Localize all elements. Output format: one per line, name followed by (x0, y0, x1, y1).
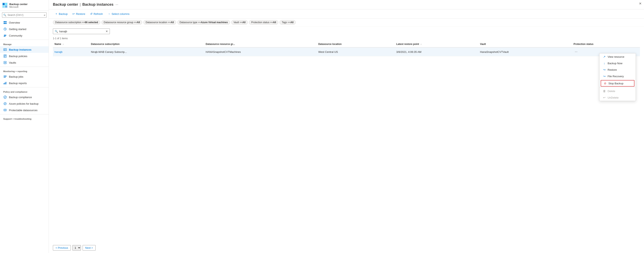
page-header-more-btn[interactable]: ··· (116, 3, 118, 6)
sidebar-app-name: Backup center (9, 3, 28, 6)
sidebar-item-vaults[interactable]: Vaults (0, 59, 48, 66)
page-header-subtitle: Backup instances (82, 2, 114, 7)
search-input[interactable] (59, 30, 105, 33)
search-clear-btn[interactable]: ✕ (106, 30, 108, 33)
ctx-divider (600, 87, 636, 87)
search-magnifier-icon: 🔍 (55, 30, 58, 33)
filter-vault-label: Vault == (234, 21, 242, 24)
select-columns-icon: → (108, 12, 110, 15)
ctx-view-resource-label: View resource (608, 55, 624, 58)
col-header-name[interactable]: Name ↕ (53, 41, 89, 47)
col-header-vault[interactable]: Vault (478, 41, 572, 47)
divider-policy (0, 87, 48, 87)
sidebar-item-backup-compliance-label: Backup compliance (9, 96, 32, 99)
previous-page-btn[interactable]: < Previous (53, 245, 71, 251)
support-section-label: Support + troubleshooting (0, 115, 48, 121)
backup-instances-table: Name ↕ Datasource subscription Datasourc… (53, 41, 640, 56)
select-columns-button[interactable]: → Select columns (106, 11, 132, 16)
ctx-view-resource[interactable]: ↗ View resource (600, 53, 636, 60)
divider-monitoring (0, 67, 48, 67)
svg-rect-13 (4, 49, 6, 50)
window-close-btn[interactable]: ✕ (639, 2, 642, 5)
col-header-datasource-resource-group[interactable]: Datasource resource gr... (204, 41, 317, 47)
ctx-backup-now[interactable]: ↓ Backup Now (600, 60, 636, 66)
ctx-file-recovery[interactable]: ↩ File Recovery (600, 73, 636, 79)
sidebar-item-overview-label: Overview (9, 21, 20, 24)
sidebar-item-backup-jobs[interactable]: Backup jobs (0, 73, 48, 80)
cell-name: hanajb (53, 47, 89, 56)
sidebar-item-getting-started[interactable]: Getting started (0, 26, 48, 32)
filter-datasource-subscription[interactable]: Datasource subscription == 66 selected (53, 20, 100, 24)
backup-button[interactable]: ＋ Backup (53, 11, 70, 17)
table-body: hanajb Nirajk-MAB Canary Subscrip... HAN… (53, 47, 640, 56)
refresh-icon: ↺ (90, 12, 92, 15)
svg-point-10 (4, 35, 5, 36)
page-select[interactable]: 1 (72, 245, 81, 251)
instance-name-link[interactable]: hanajb (54, 50, 62, 53)
next-page-btn[interactable]: Next > (82, 245, 96, 251)
sidebar-search-input[interactable] (2, 12, 46, 18)
backup-compliance-icon (3, 95, 7, 99)
ctx-stop-backup[interactable]: ⊘ Stop Backup (601, 80, 634, 87)
backup-reports-icon (3, 81, 7, 85)
sidebar-item-backup-instances[interactable]: Backup instances (0, 46, 48, 53)
cell-datasource-subscription: Nirajk-MAB Canary Subscrip... (89, 47, 204, 56)
col-datasource-resource-group-label: Datasource resource gr... (206, 43, 235, 45)
sidebar-item-backup-policies-label: Backup policies (9, 55, 27, 58)
ctx-restore[interactable]: ↩ Restore (600, 66, 636, 73)
refresh-button[interactable]: ↺ Refresh (88, 11, 105, 16)
nav-section-main: Overview Getting started Community (0, 19, 48, 39)
svg-rect-3 (3, 5, 5, 7)
filter-protection-status-value: All (273, 21, 276, 24)
filter-datasource-resource-group[interactable]: Datasource resource group == All (102, 20, 142, 24)
context-menu: ↗ View resource ↓ Backup Now ↩ Restore ↩… (599, 53, 636, 101)
filters-bar: Datasource subscription == 66 selected D… (49, 18, 644, 26)
filter-tags-label: Tags == (282, 21, 290, 24)
refresh-button-label: Refresh (94, 12, 103, 15)
sidebar-item-overview[interactable]: Overview (0, 19, 48, 26)
row-more-btn[interactable]: ··· (574, 50, 578, 54)
filter-tags-value: All (290, 21, 294, 24)
col-header-datasource-location[interactable]: Datasource location (317, 41, 394, 47)
sidebar-item-azure-policies[interactable]: Azure policies for backup (0, 100, 48, 107)
sidebar-item-backup-reports-label: Backup reports (9, 82, 27, 85)
filter-datasource-location[interactable]: Datasource location == All (144, 20, 176, 24)
ctx-restore-label: Restore (608, 68, 617, 71)
ctx-restore-icon: ↩ (603, 68, 606, 71)
col-protection-status-label: Protection status (574, 43, 593, 45)
sidebar-item-backup-reports[interactable]: Backup reports (0, 80, 48, 86)
sidebar-collapse-btn[interactable]: « (44, 13, 45, 17)
sidebar-item-backup-policies[interactable]: Backup policies (0, 53, 48, 59)
items-count: 1-1 of 1 items (49, 36, 644, 41)
sidebar-item-backup-jobs-label: Backup jobs (9, 75, 24, 78)
svg-rect-5 (4, 21, 5, 22)
filter-protection-status[interactable]: Protection status == All (249, 20, 278, 24)
sidebar-item-backup-compliance[interactable]: Backup compliance (0, 94, 48, 100)
col-header-protection-status[interactable]: Protection status (572, 41, 640, 47)
col-header-latest-restore-point[interactable]: Latest restore point ↕ (394, 41, 478, 47)
filter-datasource-resource-group-value: All (137, 21, 140, 24)
ctx-undelete: ↩ UnDelete (600, 94, 636, 101)
svg-rect-7 (4, 23, 5, 24)
table-header: Name ↕ Datasource subscription Datasourc… (53, 41, 640, 47)
table-row[interactable]: hanajb Nirajk-MAB Canary Subscrip... HAN… (53, 47, 640, 56)
col-name-label: Name (54, 43, 61, 45)
app-logo (2, 2, 8, 8)
community-icon (3, 34, 7, 37)
filter-tags[interactable]: Tags == All (280, 20, 296, 24)
svg-point-11 (5, 35, 6, 36)
protectable-datasources-icon (3, 108, 7, 112)
svg-point-29 (5, 110, 6, 111)
sidebar-item-protectable-datasources[interactable]: Protectable datasources (0, 107, 48, 113)
filter-vault[interactable]: Vault == All (231, 20, 248, 24)
filter-datasource-subscription-label: Datasource subscription == (55, 21, 85, 24)
sidebar-item-community[interactable]: Community (0, 32, 48, 39)
view-resource-icon: ↗ (603, 55, 606, 58)
filter-datasource-type[interactable]: Datasource type == Azure Virtual machine… (177, 20, 230, 24)
restore-button[interactable]: ↩ Restore (70, 11, 87, 16)
search-input-wrap: 🔍 ✕ (53, 28, 110, 34)
backup-plus-icon: ＋ (55, 12, 58, 16)
main-content: Backup center | Backup instances ··· ✕ ＋… (49, 0, 644, 253)
col-header-datasource-subscription[interactable]: Datasource subscription (89, 41, 204, 47)
sidebar-header: Backup center Microsoft (0, 0, 48, 11)
